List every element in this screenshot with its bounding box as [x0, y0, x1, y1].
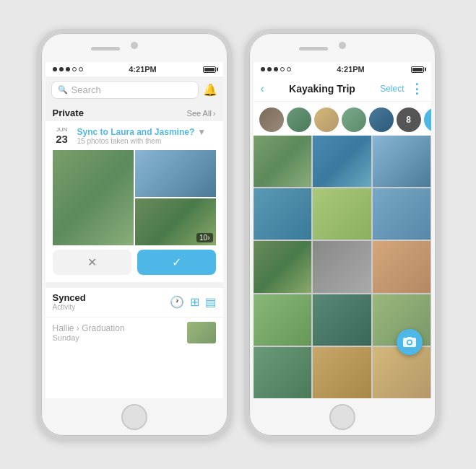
avatar-3[interactable] [314, 108, 339, 132]
status-time-left: 4:21PM [129, 65, 157, 74]
rdot2 [267, 67, 272, 71]
speaker-right [299, 47, 328, 51]
more-button[interactable]: ⋮ [410, 81, 424, 97]
signal-dots [53, 67, 83, 71]
action-buttons: ✕ ✓ [53, 250, 216, 275]
synced-header: Synced Activity 🕐 ⊞ ▤ [53, 292, 216, 311]
avatars-row: 8 + [254, 102, 431, 136]
nav-bar: ‹ Kayaking Trip Select ⋮ [254, 76, 431, 102]
screen-right: 4:21PM ‹ Kayaking Trip Select ⋮ [254, 62, 431, 398]
svg-point-2 [407, 341, 410, 343]
grid-photo-2 [313, 136, 371, 187]
card-title[interactable]: Sync to Laura and Jasmine? [77, 127, 195, 137]
album-thumbnail [187, 322, 216, 343]
phone-right: 4:21PM ‹ Kayaking Trip Select ⋮ [245, 29, 440, 440]
grid-photo-6 [373, 188, 431, 240]
status-time-right: 4:21PM [337, 65, 365, 74]
fab-button[interactable] [397, 329, 423, 355]
synced-section: Synced Activity 🕐 ⊞ ▤ [46, 288, 223, 317]
rdot3 [274, 67, 278, 71]
card-subtitle: 15 photos taken with them [77, 137, 216, 145]
photo-fab-icon [402, 335, 417, 349]
screen-left: 4:21PM 🔍 Search 🔔 Private Se [46, 62, 223, 398]
dot4 [72, 67, 77, 71]
photo-grid-main [254, 136, 431, 398]
add-avatar-button[interactable]: + [424, 108, 431, 132]
see-all-button[interactable]: See All › [187, 109, 216, 118]
grid-photo-7 [254, 241, 312, 292]
grid-photo-13 [254, 347, 312, 398]
rdot4 [280, 67, 285, 71]
avatar-2[interactable] [287, 108, 311, 132]
speaker [91, 47, 120, 51]
phone-left: 4:21PM 🔍 Search 🔔 Private Se [37, 29, 232, 440]
dot1 [53, 67, 57, 71]
grid-photo-14 [313, 347, 371, 398]
grid-photo-3 [373, 136, 431, 187]
album-row: Hallie › Graduation Sunday [46, 317, 223, 348]
photo-cell-br: 10 › [135, 198, 216, 245]
battery-icon-right [411, 66, 424, 73]
dot3 [66, 67, 70, 71]
battery-fill [204, 68, 215, 71]
private-title: Private [53, 108, 84, 118]
date-day: 23 [56, 133, 68, 146]
album-day: Sunday [53, 333, 125, 342]
reject-button[interactable]: ✕ [53, 250, 131, 275]
photo-grid: 10 › [53, 150, 216, 245]
rdot1 [261, 67, 265, 71]
grid-photo-9 [373, 241, 431, 292]
status-bar-left: 4:21PM [46, 62, 223, 76]
battery-icon [203, 66, 216, 73]
battery-fill-right [412, 68, 423, 71]
synced-title-group: Synced Activity [53, 292, 86, 311]
bell-icon[interactable]: 🔔 [203, 83, 217, 97]
home-button[interactable] [121, 404, 147, 430]
select-button[interactable]: Select [380, 84, 404, 94]
album-title: Hallie › Graduation [53, 323, 125, 333]
grid-photo-4 [254, 188, 312, 240]
search-icon: 🔍 [58, 85, 68, 95]
dot2 [59, 67, 64, 71]
avatar-5[interactable] [369, 108, 394, 132]
list-icon[interactable]: ▤ [205, 295, 216, 309]
search-bar-row: 🔍 Search 🔔 [46, 76, 223, 103]
synced-icon-group: 🕐 ⊞ ▤ [170, 295, 216, 309]
synced-subtitle: Activity [53, 303, 86, 311]
nav-right-group: Select ⋮ [380, 81, 423, 97]
synced-title: Synced [53, 292, 86, 303]
dropdown-arrow-icon: ▼ [197, 127, 206, 137]
more-count-overlay: 10 › [196, 233, 212, 242]
photo-cell-tr [135, 150, 216, 197]
search-placeholder: Search [72, 84, 101, 95]
date-badge: JUN 23 [53, 127, 72, 146]
rdot5 [287, 67, 291, 71]
accept-button[interactable]: ✓ [137, 250, 216, 275]
home-button-right[interactable] [329, 404, 355, 430]
search-box[interactable]: 🔍 Search [51, 81, 199, 99]
grid-icon[interactable]: ⊞ [190, 295, 199, 309]
status-right-left [203, 66, 216, 73]
divider1 [46, 282, 223, 288]
status-right-right [411, 66, 424, 73]
card-title-area: Sync to Laura and Jasmine? ▼ 15 photos t… [77, 127, 216, 145]
grid-photo-8 [313, 241, 371, 292]
svg-rect-3 [407, 337, 412, 339]
avatar-1[interactable] [259, 108, 284, 132]
dot5 [79, 67, 83, 71]
grid-photo-10 [254, 294, 312, 346]
date-month: JUN [56, 127, 68, 133]
avatar-4[interactable] [342, 108, 366, 132]
nav-title: Kayaking Trip [289, 83, 355, 95]
avatar-count[interactable]: 8 [397, 108, 421, 132]
grid-photo-5 [313, 188, 371, 240]
status-bar-right: 4:21PM [254, 62, 431, 76]
album-info: Hallie › Graduation Sunday [53, 323, 125, 342]
back-button[interactable]: ‹ [261, 82, 264, 95]
card-header: JUN 23 Sync to Laura and Jasmine? ▼ 15 p… [53, 127, 216, 146]
photo-cell-main [53, 150, 134, 245]
grid-photo-15 [373, 347, 431, 398]
clock-icon[interactable]: 🕐 [170, 295, 184, 309]
grid-photo-1 [254, 136, 312, 187]
grid-photo-11 [313, 294, 371, 346]
